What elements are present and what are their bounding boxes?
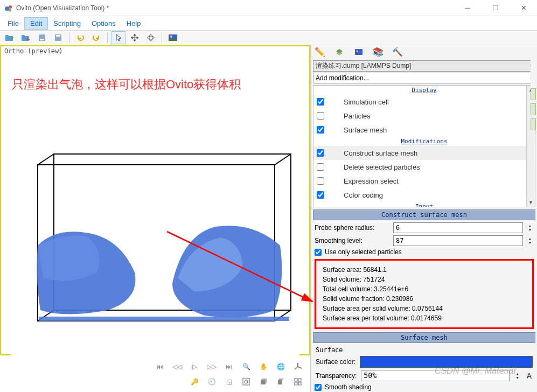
viewport-panel: Ortho (preview) 只渲染出气泡，这样可以根据Ovito获得体积	[0, 45, 311, 392]
key-icon[interactable]: 🔑	[189, 376, 200, 388]
menu-options[interactable]: Options	[86, 18, 121, 29]
transparency-label: Transparency:	[316, 372, 357, 380]
pipeline-item-sim-cell[interactable]: Simulation cell	[313, 95, 535, 109]
section-display: Display	[313, 86, 535, 95]
axes-icon[interactable]	[292, 361, 304, 373]
maximize-button[interactable]: ☐	[486, 2, 505, 14]
minimize-button[interactable]: ─	[458, 2, 477, 14]
menu-file[interactable]: File	[2, 18, 24, 29]
pipeline-item-surface-mesh[interactable]: Surface mesh	[313, 123, 535, 137]
svg-rect-27	[261, 380, 265, 384]
move-icon[interactable]	[127, 31, 142, 44]
orbit-icon[interactable]: 🌐	[275, 361, 287, 373]
cube-view-icon[interactable]	[257, 376, 269, 388]
strip-item[interactable]	[531, 118, 536, 130]
checkbox-particles[interactable]	[317, 112, 324, 120]
checkbox-sim-cell[interactable]	[317, 98, 324, 106]
prev-frame-icon[interactable]: ◁◁	[171, 361, 183, 373]
svg-line-17	[38, 154, 54, 165]
next-frame-icon[interactable]: ▷▷	[206, 361, 218, 373]
menu-help[interactable]: Help	[121, 18, 147, 29]
render-icon[interactable]	[165, 31, 180, 44]
svg-rect-8	[40, 39, 44, 40]
add-modification-dropdown[interactable]: Add modification...	[313, 73, 535, 84]
hammer-tab-icon[interactable]: 🔨	[392, 47, 403, 58]
viewport-canvas[interactable]: Ortho (preview) 只渲染出气泡，这样可以根据Ovito获得体积	[0, 45, 310, 355]
checkbox-expr-select[interactable]	[317, 177, 324, 185]
transparency-row: Transparency: ▲▼ A	[311, 369, 537, 382]
use-selected-checkbox[interactable]	[315, 249, 322, 256]
svg-rect-6	[22, 35, 25, 37]
construct-panel-title: Construct surface mesh	[313, 209, 535, 220]
svg-line-23	[295, 367, 298, 369]
transparency-spinner[interactable]: ▲▼	[514, 372, 521, 380]
svg-rect-28	[278, 380, 282, 384]
smoothing-label: Smoothing level:	[315, 237, 390, 244]
close-button[interactable]: ✕	[514, 2, 533, 14]
smooth-shading-checkbox[interactable]	[315, 384, 322, 391]
probe-radius-spinner[interactable]: ▲▼	[526, 224, 534, 232]
rotate-icon[interactable]	[143, 31, 158, 44]
app-logo-icon	[4, 4, 13, 12]
smoothing-spinner[interactable]: ▲▼	[526, 237, 534, 244]
use-selected-label: Use only selected particles	[325, 248, 402, 256]
strip-item[interactable]	[531, 88, 536, 100]
pipeline-item-expr-select[interactable]: Expression select	[313, 174, 535, 188]
last-frame-icon[interactable]: ⏭	[223, 361, 235, 373]
svg-rect-29	[295, 379, 297, 381]
menu-scripting[interactable]: Scripting	[48, 18, 86, 29]
svg-rect-25	[243, 379, 249, 385]
use-selected-row: Use only selected particles	[311, 247, 537, 257]
svg-rect-31	[295, 382, 297, 385]
svg-point-14	[170, 36, 172, 38]
layout-icon[interactable]	[292, 376, 304, 388]
pipeline-item-color-coding[interactable]: Color coding	[313, 188, 535, 202]
playback-controls: ⏮ ◁◁ ▷ ▷▷ ⏭ 🔍 ✋ 🌐 🔑 🕘 ◲	[0, 355, 310, 392]
smooth-shading-label: Smooth shading	[325, 383, 372, 391]
select-cursor-icon[interactable]	[111, 31, 126, 44]
menu-edit[interactable]: Edit	[24, 17, 48, 30]
viewport-mode-label: Ortho (preview)	[4, 47, 62, 55]
info-sa-per-total: Surface area per total volume: 0.0174659	[323, 313, 526, 323]
surface-color-swatch[interactable]	[360, 356, 533, 368]
open-file-icon[interactable]	[2, 31, 17, 44]
pipeline-item-particles[interactable]: Particles	[313, 109, 535, 123]
play-icon[interactable]: ▷	[189, 361, 200, 373]
transparency-input[interactable]	[361, 370, 509, 381]
zoom-extents-icon[interactable]	[240, 376, 252, 388]
transparency-anim-icon[interactable]: A	[526, 372, 533, 380]
pipeline-file-selector[interactable]: 渲染练习.dump [LAMMPS Dump]	[313, 60, 535, 72]
snap-icon[interactable]: ◲	[223, 376, 235, 388]
redo-icon[interactable]	[89, 31, 104, 44]
zoom-icon[interactable]: 🔍	[240, 361, 252, 373]
undo-icon[interactable]	[73, 31, 88, 44]
pencil-tab-icon[interactable]: ✏️	[315, 47, 325, 58]
checkbox-surface-mesh[interactable]	[317, 126, 324, 134]
checkbox-color-coding[interactable]	[317, 191, 324, 199]
render-tab-icon[interactable]	[353, 47, 364, 58]
layers-tab-icon[interactable]	[334, 47, 345, 58]
open-state-icon[interactable]	[34, 31, 50, 44]
checkbox-delete-selected[interactable]	[317, 163, 324, 171]
strip-item[interactable]	[531, 103, 536, 115]
cube-all-icon[interactable]	[275, 376, 287, 388]
pan-icon[interactable]: ✋	[257, 361, 269, 373]
probe-radius-input[interactable]	[393, 222, 523, 233]
pipeline-list: Display Simulation cell Particles Surfac…	[313, 85, 535, 207]
checkbox-construct[interactable]	[317, 149, 324, 157]
first-frame-icon[interactable]: ⏮	[154, 361, 166, 373]
pipeline-item-delete-selected[interactable]: Delete selected particles	[313, 160, 535, 174]
clock-icon[interactable]: 🕘	[206, 376, 218, 388]
info-surface-area: Surface area: 56841.1	[323, 265, 526, 275]
save-file-icon[interactable]	[18, 31, 33, 44]
surface-color-row: Surface color:	[311, 355, 537, 369]
right-panel-tabs: ✏️ 📚 🔨	[311, 45, 537, 59]
save-state-icon[interactable]	[51, 31, 66, 44]
pipeline-item-construct[interactable]: Construct surface mesh	[313, 146, 535, 160]
stack-tab-icon[interactable]: 📚	[373, 47, 383, 58]
far-right-strip	[531, 45, 537, 130]
svg-rect-4	[5, 35, 9, 37]
viewport-annotation: 只渲染出气泡，这样可以根据Ovito获得体积	[12, 76, 241, 93]
smoothing-input[interactable]	[393, 235, 523, 246]
svg-point-2	[9, 9, 11, 11]
